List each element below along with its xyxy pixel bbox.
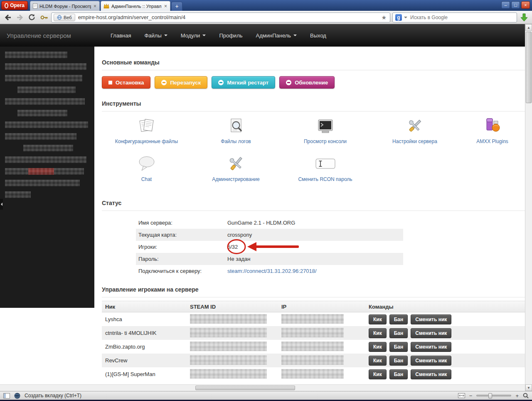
download-button[interactable] — [519, 12, 529, 22]
tool-console[interactable]: Просмотр консоли — [281, 116, 370, 144]
tools-heading: Инструменты — [102, 100, 525, 111]
nav-item-adminpanel[interactable]: АдминПанель — [256, 32, 297, 39]
scroll-up-icon[interactable]: ▲ — [525, 24, 532, 31]
zoom-slider-thumb[interactable] — [488, 393, 492, 399]
players-table-header: Ник STEAM ID IP Команды — [102, 301, 525, 312]
opera-menu-button[interactable]: Opera — [1, 1, 28, 10]
censored-sidebar-item[interactable] — [17, 110, 94, 116]
kick-button[interactable]: Кик — [369, 314, 387, 324]
globe-dark-icon[interactable] — [14, 393, 20, 399]
stop-server-button[interactable]: Остановка — [102, 76, 150, 89]
censored-sidebar-item[interactable] — [5, 156, 94, 163]
search-input[interactable] — [409, 14, 514, 21]
fit-width-icon[interactable] — [458, 393, 465, 398]
web-badge[interactable]: Веб — [54, 14, 75, 21]
circle-dash-icon — [161, 80, 167, 85]
nav-item-logout[interactable]: Выход — [310, 32, 326, 39]
kick-button[interactable]: Кик — [369, 328, 387, 338]
censored-sidebar-item[interactable] — [5, 191, 94, 198]
search-engine-caret-icon[interactable] — [404, 17, 407, 18]
censored-sidebar-item[interactable] — [17, 87, 94, 93]
refresh-icon — [28, 14, 36, 21]
search-field[interactable]: g — [392, 12, 517, 22]
address-bar[interactable]: Веб empire-host.org/admin/server_control… — [51, 12, 390, 22]
key-icon — [40, 14, 48, 21]
refresh-button[interactable] — [27, 12, 37, 22]
crown-favicon-icon — [103, 3, 109, 9]
horizontal-scrollbar-thumb[interactable] — [195, 386, 295, 390]
players-count-value: 5/32 — [227, 244, 238, 250]
bookmark-star-icon[interactable]: ★ — [381, 15, 388, 20]
censored-sidebar-item[interactable] — [5, 168, 94, 175]
opera-button-label: Opera — [10, 2, 25, 8]
censored-sidebar-item[interactable] — [5, 75, 94, 82]
vertical-scrollbar-thumb[interactable] — [526, 32, 532, 103]
player-nick: (1)[GS-M] SuperMan — [102, 371, 190, 377]
tool-server-settings[interactable]: Настройки сервера — [370, 116, 460, 144]
censored-sidebar-item[interactable] — [23, 145, 94, 151]
tool-administration[interactable]: Администрирование — [191, 154, 281, 182]
status-heading: Статус — [102, 200, 525, 211]
tab-close-icon[interactable]: × — [93, 4, 97, 9]
nav-item-modules[interactable]: Модули — [181, 32, 206, 39]
admin-tools-icon — [224, 154, 248, 173]
kick-button[interactable]: Кик — [369, 369, 387, 379]
panel-toggle-handle[interactable] — [0, 199, 3, 210]
nav-item-home[interactable]: Главная — [111, 32, 131, 39]
horizontal-scrollbar[interactable] — [0, 384, 525, 391]
censored-sidebar-item[interactable] — [5, 63, 94, 70]
new-tab-button[interactable]: + — [171, 2, 182, 11]
kick-button[interactable]: Кик — [369, 356, 387, 366]
player-nick: Lyshca — [102, 316, 190, 322]
minimize-button[interactable]: – — [501, 1, 510, 9]
forward-button[interactable] — [15, 12, 25, 22]
rename-button[interactable]: Сменить ник — [411, 314, 451, 324]
zoom-in-icon[interactable]: + — [515, 393, 519, 399]
censored-steam-id — [190, 355, 267, 365]
zoom-out-icon[interactable]: − — [469, 393, 473, 399]
ban-button[interactable]: Бан — [389, 356, 408, 366]
tool-chat[interactable]: Chat — [102, 154, 191, 182]
browser-toolbar: Веб empire-host.org/admin/server_control… — [0, 11, 532, 24]
tool-amxx-plugins[interactable]: AMXX Plugins — [460, 116, 525, 144]
censored-sidebar-item[interactable] — [5, 98, 94, 105]
tool-log-files[interactable]: Файлы логов — [191, 116, 281, 144]
rename-button[interactable]: Сменить ник — [411, 328, 451, 338]
rename-button[interactable]: Сменить ник — [411, 356, 451, 366]
tab-adminpanel[interactable]: АдминПанель :: Управл... × — [101, 1, 170, 11]
censored-sidebar-item[interactable] — [5, 121, 94, 128]
zoom-menu-icon[interactable] — [523, 393, 529, 399]
back-button[interactable] — [3, 12, 13, 22]
ban-button[interactable]: Бан — [389, 314, 408, 324]
update-server-button[interactable]: Обновление — [279, 76, 335, 89]
steam-connect-link[interactable]: steam://connect/31.31.202.96:27018/ — [227, 268, 317, 274]
url-text: empire-host.org/admin/server_control/mai… — [78, 14, 379, 20]
tab-hldm-forum[interactable]: HLDM Форум - Просмотр... × — [30, 1, 100, 11]
soft-restart-button[interactable]: Мягкий рестарт — [212, 76, 275, 89]
close-button[interactable]: × — [521, 1, 530, 9]
censored-sidebar-item[interactable] — [5, 180, 94, 186]
tool-config-files[interactable]: Конфигурационные файлы — [102, 116, 191, 144]
panels-toggle-icon[interactable] — [3, 393, 10, 399]
maximize-button[interactable]: □ — [511, 1, 520, 9]
ban-button[interactable]: Бан — [389, 342, 408, 352]
chevron-down-icon — [293, 35, 297, 36]
zoom-slider[interactable] — [476, 395, 511, 396]
player-row: ctntrila- ti 4MOLIJHIK Кик Бан Сменить н… — [102, 326, 525, 340]
restart-server-button[interactable]: Перезапуск — [155, 76, 207, 89]
ban-button[interactable]: Бан — [389, 369, 408, 379]
ban-button[interactable]: Бан — [389, 328, 408, 338]
tab-close-icon[interactable]: × — [164, 4, 167, 9]
scroll-down-icon[interactable]: ▼ — [525, 384, 532, 391]
censored-sidebar-item[interactable] — [5, 133, 94, 140]
kick-button[interactable]: Кик — [369, 342, 387, 352]
web-badge-label: Веб — [64, 15, 72, 20]
vertical-scrollbar[interactable]: ▲ ▼ — [525, 24, 532, 391]
nav-item-profile[interactable]: Профиль — [219, 32, 242, 39]
rename-button[interactable]: Сменить ник — [411, 369, 451, 379]
nav-item-files[interactable]: Файлы — [144, 32, 167, 39]
censored-sidebar-item[interactable] — [5, 52, 94, 58]
rename-button[interactable]: Сменить ник — [411, 342, 451, 352]
wand-button[interactable] — [39, 12, 49, 22]
tool-rcon-password[interactable]: Сменить RCON пароль — [281, 154, 370, 182]
